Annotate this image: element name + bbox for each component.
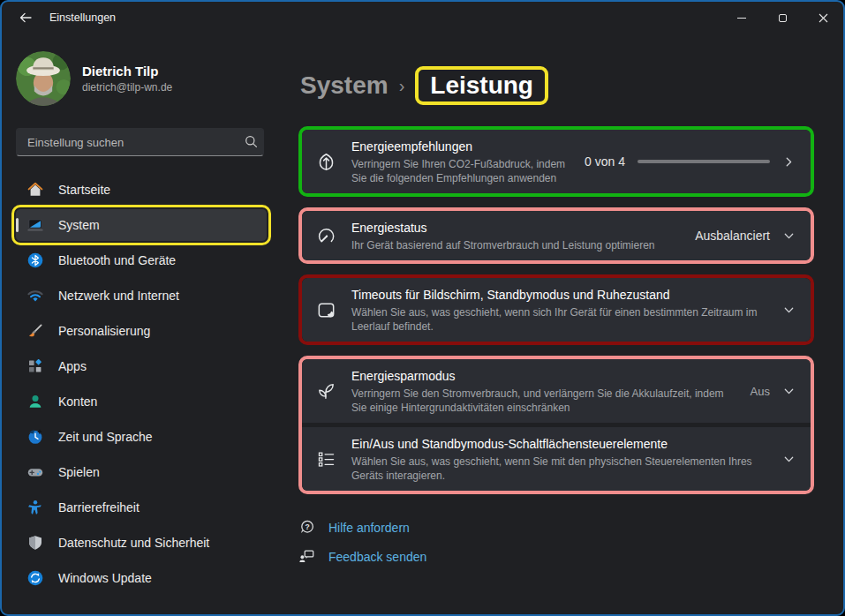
avatar: [16, 51, 71, 106]
maximize-button[interactable]: [762, 3, 803, 33]
gauge-icon: [316, 226, 336, 246]
card-description: Wählen Sie aus, was geschieht, wenn Sie …: [351, 454, 767, 483]
chevron-right-icon: [782, 155, 796, 169]
accessibility-icon: [26, 499, 44, 516]
get-help-link[interactable]: ? Hilfe anfordern: [298, 519, 814, 536]
card-title: Ein/Aus und Standbymodus-Schaltflächenst…: [351, 435, 767, 453]
sidebar-item-personalisierung[interactable]: Personalisierung: [16, 315, 267, 347]
minimize-icon: [737, 18, 746, 19]
card-energieempfehlungen[interactable]: Energieempfehlungen Verringern Sie Ihren…: [302, 130, 811, 193]
minimize-button[interactable]: [721, 3, 762, 33]
leaf-icon: [316, 152, 336, 172]
send-feedback-link[interactable]: Feedback senden: [298, 548, 814, 565]
annotation-green-box: Energieempfehlungen Verringern Sie Ihren…: [298, 126, 814, 197]
user-profile[interactable]: Dietrich Tilp dietrich@tilp-wn.de: [16, 51, 267, 106]
card-power-buttons[interactable]: Ein/Aus und Standbymodus-Schaltflächenst…: [302, 427, 811, 491]
close-icon: [819, 13, 828, 23]
svg-text:?: ?: [305, 522, 309, 531]
sidebar-nav: Startseite System Bluetooth und Ger: [16, 174, 267, 594]
wifi-icon: [26, 287, 44, 304]
home-icon: [26, 181, 44, 199]
close-button[interactable]: [803, 3, 843, 33]
settings-cards: Energieempfehlungen Verringern Sie Ihren…: [298, 126, 814, 494]
breadcrumb-separator-icon: ›: [399, 76, 405, 96]
chevron-down-icon: [782, 385, 796, 398]
clock-globe-icon: [26, 428, 44, 446]
sidebar-item-windows-update[interactable]: Windows Update: [16, 562, 267, 594]
card-title: Timeouts für Bildschirm, Standbymodus un…: [351, 286, 767, 304]
annotation-yellow-box-breadcrumb: Leistung: [415, 66, 548, 105]
search-input[interactable]: [16, 128, 264, 156]
chevron-down-icon: [782, 304, 796, 317]
card-title: Energieempfehlungen: [351, 138, 570, 155]
apps-grid-icon: [26, 357, 44, 375]
card-energiestatus[interactable]: Energiestatus Ihr Gerät basierend auf St…: [302, 211, 811, 260]
progress-label: 0 von 4: [585, 154, 625, 169]
shield-icon: [26, 534, 44, 552]
user-email: dietrich@tilp-wn.de: [82, 81, 172, 94]
sidebar-item-spielen[interactable]: Spielen: [16, 456, 267, 488]
card-title: Energiestatus: [351, 219, 680, 237]
card-title: Energiesparmodus: [351, 367, 736, 385]
leaf-battery-icon: [316, 381, 336, 402]
help-bubble-icon: ?: [298, 519, 315, 536]
list-controls-icon: [316, 449, 336, 470]
sidebar-item-barrierefreiheit[interactable]: Barrierefreiheit: [16, 492, 267, 523]
settings-search: [16, 128, 267, 156]
card-energiesparmodus[interactable]: Energiesparmodus Verringern Sie den Stro…: [302, 359, 811, 423]
gamepad-icon: [26, 463, 44, 481]
search-icon: [245, 135, 258, 148]
sidebar-item-system[interactable]: System: [16, 209, 267, 241]
breadcrumb: System › Leistung: [300, 62, 814, 109]
chevron-down-icon: [782, 453, 796, 466]
card-description: Verringern Sie den Stromverbrauch, und v…: [351, 387, 736, 415]
sidebar-item-konten[interactable]: Konten: [16, 386, 267, 417]
send-feedback-label: Feedback senden: [328, 550, 426, 564]
settings-window: Einstellungen: [0, 0, 845, 616]
timeouts-expander[interactable]: [782, 304, 796, 317]
footer-links: ? Hilfe anfordern Feedback senden: [298, 519, 814, 565]
get-help-label: Hilfe anfordern: [328, 521, 410, 535]
sidebar-item-apps[interactable]: Apps: [16, 350, 267, 382]
toggle-state-value: Aus: [751, 385, 770, 398]
person-icon: [26, 393, 44, 410]
progress-bar: [638, 160, 770, 163]
breadcrumb-parent[interactable]: System: [300, 71, 389, 100]
dropdown-value: Ausbalanciert: [695, 229, 770, 243]
sidebar-item-startseite[interactable]: Startseite: [16, 174, 267, 206]
annotation-darkred-box: Timeouts für Bildschirm, Standbymodus un…: [298, 274, 814, 345]
titlebar: Einstellungen: [2, 2, 843, 34]
chevron-down-icon: [782, 229, 796, 243]
sidebar-item-datenschutz[interactable]: Datenschutz und Sicherheit: [16, 527, 267, 559]
annotation-pink-box-energiestatus: Energiestatus Ihr Gerät basierend auf St…: [298, 207, 814, 264]
sidebar: Dietrich Tilp dietrich@tilp-wn.de S: [2, 34, 281, 614]
user-name: Dietrich Tilp: [82, 64, 172, 79]
card-description: Verringern Sie Ihren CO2-Fußabdruck, ind…: [351, 157, 570, 185]
card-description: Wählen Sie aus, was geschieht, wenn sich…: [351, 305, 767, 334]
window-title: Einstellungen: [49, 11, 116, 24]
screen-sleep-icon: [316, 300, 336, 320]
page-title: Leistung: [430, 71, 533, 99]
energiesparmodus-expander[interactable]: Aus: [751, 385, 796, 398]
feedback-icon: [298, 548, 315, 565]
main-content: System › Leistung: [281, 34, 843, 614]
sidebar-item-bluetooth[interactable]: Bluetooth und Geräte: [16, 244, 267, 276]
bluetooth-icon: [26, 252, 44, 269]
maximize-icon: [779, 14, 787, 22]
paintbrush-icon: [26, 322, 44, 340]
card-description: Ihr Gerät basierend auf Stromverbrauch u…: [351, 238, 680, 252]
laptop-icon: [26, 216, 44, 234]
sidebar-item-zeit-sprache[interactable]: Zeit und Sprache: [16, 421, 267, 453]
back-button[interactable]: [7, 4, 44, 32]
back-arrow-icon: [19, 11, 33, 25]
annotation-pink-box-group: Energiesparmodus Verringern Sie den Stro…: [298, 356, 814, 494]
power-buttons-expander[interactable]: [782, 453, 796, 466]
sidebar-item-netzwerk[interactable]: Netzwerk und Internet: [16, 280, 267, 312]
energiestatus-dropdown[interactable]: Ausbalanciert: [695, 229, 796, 243]
update-arrows-icon: [26, 569, 44, 587]
card-timeouts[interactable]: Timeouts für Bildschirm, Standbymodus un…: [302, 278, 811, 342]
